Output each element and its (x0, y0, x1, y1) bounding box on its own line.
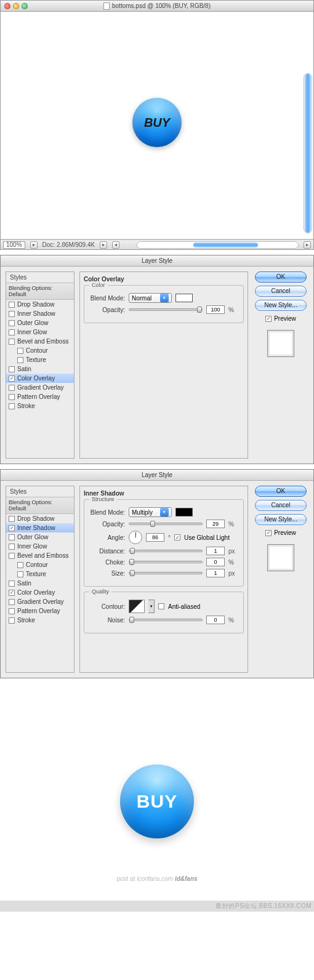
style-checkbox[interactable] (9, 544, 15, 550)
style-row-stroke[interactable]: Stroke (6, 616, 74, 625)
style-row-stroke[interactable]: Stroke (6, 401, 74, 411)
traffic-lights (4, 3, 28, 9)
style-checkbox[interactable] (9, 580, 15, 587)
style-checkbox[interactable] (17, 562, 23, 568)
style-checkbox[interactable] (9, 534, 15, 540)
style-row-pattern-overlay[interactable]: Pattern Overlay (6, 392, 74, 401)
style-row-satin[interactable]: Satin (6, 579, 74, 588)
style-row-contour[interactable]: Contour (6, 560, 74, 569)
contour-swatch[interactable] (129, 600, 145, 613)
style-row-inner-glow[interactable]: Inner Glow (6, 542, 74, 551)
scroll-left-icon[interactable]: ◂ (112, 241, 119, 249)
styles-header[interactable]: Styles (6, 272, 74, 283)
style-checkbox[interactable] (9, 516, 15, 522)
styles-header[interactable]: Styles (6, 486, 74, 497)
style-checkbox[interactable] (9, 320, 15, 326)
style-checkbox[interactable] (17, 571, 23, 577)
global-light-checkbox[interactable] (174, 534, 180, 540)
style-row-bevel-and-emboss[interactable]: Bevel and Emboss (6, 551, 74, 560)
angle-dial[interactable] (129, 531, 142, 544)
style-checkbox[interactable] (9, 553, 15, 559)
style-checkbox[interactable] (9, 329, 15, 335)
style-row-color-overlay[interactable]: Color Overlay (6, 374, 74, 383)
style-row-contour[interactable]: Contour (6, 346, 74, 355)
style-row-outer-glow[interactable]: Outer Glow (6, 318, 74, 327)
opacity-input[interactable]: 100 (206, 305, 225, 314)
blending-options[interactable]: Blending Options: Default (6, 497, 74, 514)
color-swatch[interactable] (175, 294, 193, 302)
preview-checkbox[interactable] (265, 530, 272, 536)
blend-mode-select[interactable]: Normal ▾ (129, 293, 172, 303)
style-row-outer-glow[interactable]: Outer Glow (6, 532, 74, 542)
style-checkbox[interactable] (9, 302, 15, 308)
style-checkbox[interactable] (17, 348, 23, 354)
style-checkbox[interactable] (9, 525, 15, 531)
style-row-texture[interactable]: Texture (6, 569, 74, 579)
style-row-gradient-overlay[interactable]: Gradient Overlay (6, 383, 74, 392)
size-input[interactable]: 1 (206, 569, 225, 577)
style-row-inner-shadow[interactable]: Inner Shadow (6, 309, 74, 318)
title-bar[interactable]: bottoms.psd @ 100% (BUY, RGB/8) (1, 1, 313, 12)
blend-mode-select[interactable]: Multiply ▾ (129, 507, 172, 517)
style-checkbox[interactable] (9, 403, 15, 409)
style-checkbox[interactable] (9, 366, 15, 372)
style-checkbox[interactable] (9, 590, 15, 596)
zoom-menu-icon[interactable]: ▸ (30, 241, 38, 249)
distance-input[interactable]: 1 (206, 547, 225, 555)
scroll-thumb[interactable] (305, 74, 311, 233)
style-row-gradient-overlay[interactable]: Gradient Overlay (6, 597, 74, 606)
preview-checkbox[interactable] (265, 316, 272, 322)
minimize-icon[interactable] (13, 3, 19, 9)
style-label: Drop Shadow (17, 515, 55, 522)
color-swatch[interactable] (175, 508, 193, 516)
style-checkbox[interactable] (9, 311, 15, 317)
choke-input[interactable]: 0 (206, 558, 225, 566)
contour-menu-icon[interactable]: ▾ (148, 600, 155, 613)
horizontal-scrollbar[interactable] (137, 241, 299, 249)
close-icon[interactable] (4, 3, 10, 9)
style-row-inner-shadow[interactable]: Inner Shadow (6, 523, 74, 532)
style-row-bevel-and-emboss[interactable]: Bevel and Emboss (6, 337, 74, 346)
choke-slider[interactable] (129, 561, 203, 563)
style-checkbox[interactable] (9, 376, 15, 382)
blending-options[interactable]: Blending Options: Default (6, 283, 74, 300)
opacity-slider[interactable] (129, 523, 203, 525)
footer-credit: post at iconfans.com id&fans (0, 875, 314, 882)
distance-slider[interactable] (129, 550, 203, 552)
cancel-button[interactable]: Cancel (255, 500, 307, 511)
h-scroll-thumb[interactable] (193, 243, 257, 247)
anti-alias-checkbox[interactable] (158, 603, 164, 609)
angle-input[interactable]: 86 (146, 533, 164, 542)
size-slider[interactable] (129, 572, 203, 574)
cancel-button[interactable]: Cancel (255, 286, 307, 297)
vertical-scrollbar[interactable] (304, 73, 312, 233)
canvas[interactable]: BUY (1, 12, 313, 239)
style-row-texture[interactable]: Texture (6, 355, 74, 364)
opacity-input[interactable]: 29 (206, 520, 225, 528)
scroll-right-icon[interactable]: ▸ (304, 241, 311, 249)
style-row-drop-shadow[interactable]: Drop Shadow (6, 514, 74, 523)
style-checkbox[interactable] (9, 394, 15, 400)
new-style-button[interactable]: New Style... (255, 514, 307, 525)
style-checkbox[interactable] (9, 339, 15, 345)
style-row-satin[interactable]: Satin (6, 364, 74, 374)
noise-input[interactable]: 0 (206, 616, 225, 624)
ok-button[interactable]: OK (255, 271, 307, 283)
ok-button[interactable]: OK (255, 486, 307, 497)
zoom-icon[interactable] (22, 3, 28, 9)
opacity-slider[interactable] (129, 308, 203, 311)
style-row-drop-shadow[interactable]: Drop Shadow (6, 300, 74, 309)
style-checkbox[interactable] (9, 385, 15, 391)
style-row-color-overlay[interactable]: Color Overlay (6, 588, 74, 597)
style-checkbox[interactable] (9, 608, 15, 614)
style-checkbox[interactable] (9, 617, 15, 624)
noise-slider[interactable] (129, 619, 203, 621)
dropdown-icon: ▾ (160, 508, 169, 516)
info-menu-icon[interactable]: ▸ (100, 241, 107, 249)
new-style-button[interactable]: New Style... (255, 300, 307, 311)
zoom-input[interactable]: 100% (3, 241, 25, 249)
style-checkbox[interactable] (17, 357, 23, 363)
style-row-inner-glow[interactable]: Inner Glow (6, 327, 74, 337)
style-row-pattern-overlay[interactable]: Pattern Overlay (6, 606, 74, 616)
style-checkbox[interactable] (9, 599, 15, 605)
